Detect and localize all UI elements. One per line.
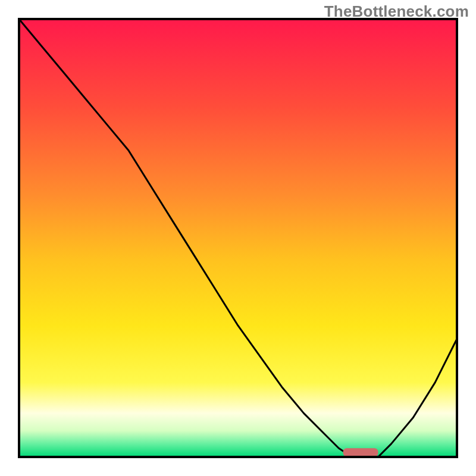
bottleneck-chart: TheBottleneck.com <box>0 0 476 476</box>
watermark-text: TheBottleneck.com <box>324 2 469 21</box>
plot-svg <box>0 0 476 476</box>
optimal-marker <box>343 448 378 456</box>
plot-background <box>19 19 457 457</box>
plot-area <box>19 19 457 457</box>
